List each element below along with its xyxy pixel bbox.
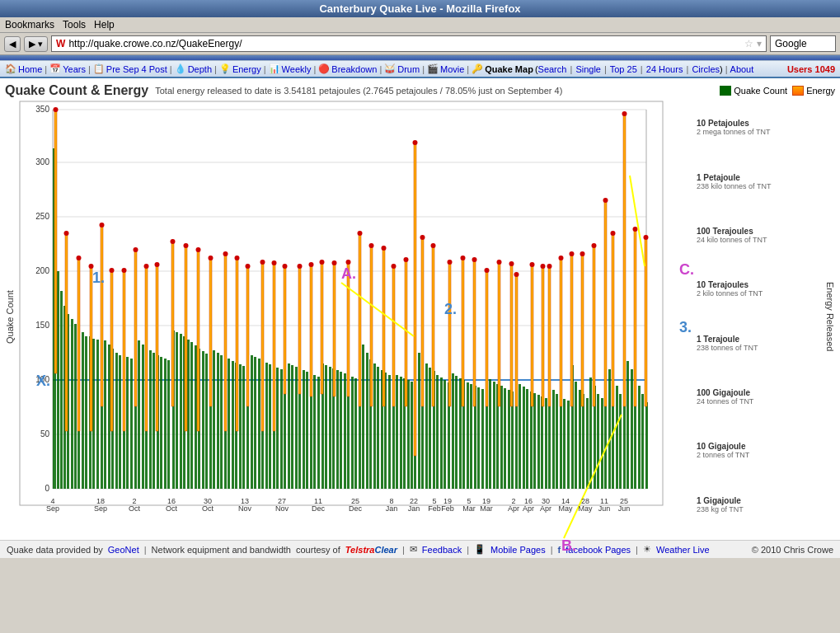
nav-energy[interactable]: Energy: [232, 64, 261, 74]
svg-point-231: [184, 243, 189, 248]
footer-weather-link[interactable]: Weather Live: [656, 545, 710, 555]
menu-bookmarks[interactable]: Bookmarks: [5, 19, 54, 30]
svg-rect-258: [432, 246, 434, 406]
svg-point-257: [420, 235, 425, 240]
svg-rect-60: [202, 351, 204, 489]
menu-tools[interactable]: Tools: [63, 19, 86, 30]
svg-point-215: [622, 111, 627, 116]
legend-count: Quake Count: [720, 86, 787, 96]
svg-rect-152: [545, 398, 547, 489]
svg-text:Sep: Sep: [46, 504, 59, 513]
svg-rect-151: [541, 396, 543, 489]
svg-text:Jan: Jan: [386, 504, 398, 513]
footer-geonet-link[interactable]: GeoNet: [108, 545, 139, 555]
svg-text:1.: 1.: [92, 270, 105, 286]
svg-point-233: [196, 247, 201, 252]
scale-1peta: 1 Petajoule 238 kilo tonnes of TNT: [697, 173, 824, 190]
legend-count-color: [720, 86, 731, 96]
svg-rect-93: [325, 365, 327, 489]
footer-mobile-link[interactable]: Mobile Pages: [490, 545, 546, 555]
svg-point-181: [54, 107, 59, 112]
svg-text:Feb: Feb: [428, 504, 441, 513]
nav-circles[interactable]: Circles: [692, 64, 720, 74]
svg-point-223: [110, 268, 115, 273]
chart-title: Quake Count & Energy: [5, 83, 148, 98]
nav-depth-icon: 💧: [175, 63, 186, 74]
svg-point-279: [611, 231, 616, 236]
svg-rect-29: [85, 336, 87, 489]
nav-top25[interactable]: Top 25: [610, 64, 637, 74]
nav-movie-icon: 🎬: [427, 63, 439, 74]
svg-text:Nov: Nov: [238, 504, 252, 513]
svg-point-239: [260, 260, 265, 265]
google-search-box[interactable]: Google: [770, 35, 836, 52]
forward-button[interactable]: ▶ ▾: [24, 36, 48, 52]
footer: Quake data provided by GeoNet | Network …: [0, 540, 840, 558]
svg-point-213: [603, 198, 608, 203]
footer-copyright: © 2010 Chris Crowe: [752, 545, 833, 555]
svg-rect-206: [515, 274, 518, 406]
svg-rect-121: [429, 368, 431, 489]
nav-breakdown[interactable]: Breakdown: [331, 64, 377, 74]
nav-drum[interactable]: Drum: [397, 64, 420, 74]
svg-rect-88: [306, 372, 308, 489]
svg-rect-40: [126, 357, 129, 489]
dropdown-icon[interactable]: ▾: [757, 38, 762, 49]
svg-rect-58: [195, 345, 197, 489]
svg-rect-80: [276, 368, 279, 489]
svg-text:Feb: Feb: [441, 504, 454, 513]
svg-text:A.: A.: [341, 265, 356, 282]
svg-rect-129: [459, 378, 462, 489]
svg-rect-37: [115, 353, 118, 489]
nav-presep4[interactable]: Pre Sep 4 Post: [106, 64, 167, 74]
svg-rect-53: [176, 332, 178, 489]
nav-24hours[interactable]: 24 Hours: [646, 64, 683, 74]
svg-rect-43: [138, 340, 140, 489]
svg-rect-32: [96, 340, 99, 489]
svg-point-249: [346, 260, 351, 265]
footer-feedback-link[interactable]: Feedback: [422, 545, 462, 555]
footer-telstraclear-link[interactable]: TelstraClear: [345, 545, 397, 555]
svg-point-269: [530, 262, 535, 267]
nav-about[interactable]: About: [730, 64, 754, 74]
svg-text:Oct: Oct: [166, 504, 178, 513]
svg-rect-184: [134, 250, 137, 406]
nav-quake-map[interactable]: Quake Map: [485, 64, 533, 74]
svg-rect-84: [291, 365, 293, 489]
svg-rect-85: [295, 367, 298, 489]
svg-rect-163: [586, 398, 589, 489]
svg-rect-248: [347, 262, 350, 396]
svg-point-271: [541, 264, 546, 269]
svg-rect-252: [382, 248, 385, 406]
nav-single[interactable]: Single: [575, 64, 601, 74]
nav-movie[interactable]: Movie: [440, 64, 464, 74]
svg-rect-232: [197, 250, 199, 431]
svg-rect-70: [239, 364, 242, 489]
svg-rect-214: [623, 114, 626, 406]
svg-rect-172: [619, 394, 622, 489]
nav-presep4-icon: 📋: [93, 63, 105, 74]
svg-point-283: [644, 235, 649, 240]
nav-weekly[interactable]: Weekly: [282, 64, 312, 74]
url-input[interactable]: [68, 38, 741, 49]
menu-help[interactable]: Help: [94, 19, 115, 30]
url-box: W ☆ ▾: [51, 35, 767, 52]
svg-rect-71: [242, 366, 245, 489]
star-icon[interactable]: ☆: [744, 38, 753, 49]
svg-rect-96: [336, 370, 339, 489]
nav-depth[interactable]: Depth: [188, 64, 212, 74]
svg-text:Sep: Sep: [94, 504, 107, 513]
svg-point-229: [155, 262, 160, 267]
back-button[interactable]: ◀: [4, 36, 21, 52]
svg-rect-202: [448, 262, 451, 406]
svg-rect-113: [400, 377, 402, 489]
svg-text:Apr: Apr: [508, 504, 519, 513]
nav-search[interactable]: Search: [538, 64, 567, 74]
svg-point-205: [485, 268, 490, 273]
nav-home[interactable]: Home: [18, 64, 42, 74]
title-bar: Canterbury Quake Live - Mozilla Firefox: [0, 0, 840, 17]
svg-rect-140: [500, 386, 503, 489]
footer-network-text: Network equipment and bandwidth: [152, 545, 291, 555]
nav-years[interactable]: Years: [63, 64, 86, 74]
nav-weekly-icon: 📊: [269, 63, 280, 74]
